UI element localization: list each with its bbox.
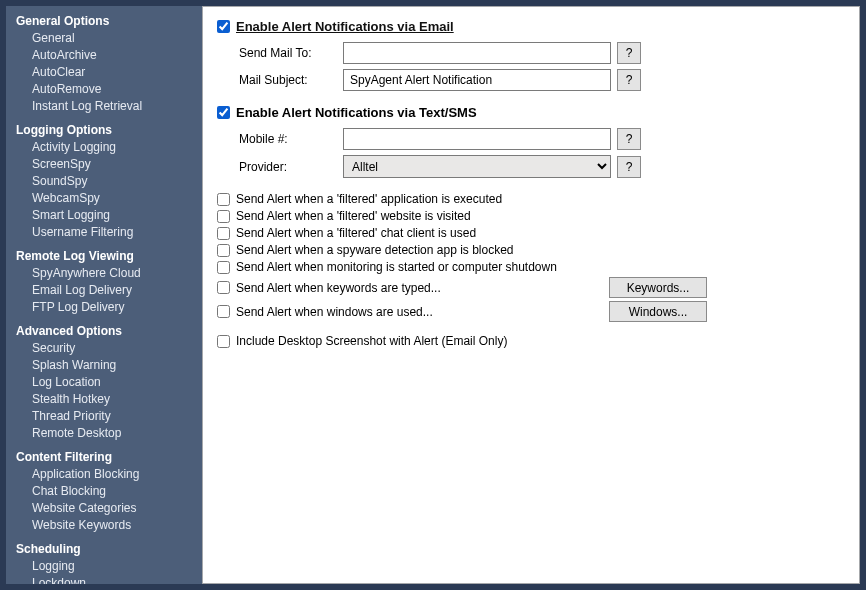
- enable-email-row: Enable Alert Notifications via Email: [217, 19, 845, 34]
- alert-row: Send Alert when monitoring is started or…: [217, 260, 707, 274]
- sidebar-group: General OptionsGeneralAutoArchiveAutoCle…: [10, 12, 198, 115]
- sidebar-item[interactable]: General: [10, 30, 198, 47]
- sidebar-item[interactable]: ScreenSpy: [10, 156, 198, 173]
- sidebar-item[interactable]: Application Blocking: [10, 466, 198, 483]
- screenshot-row: Include Desktop Screenshot with Alert (E…: [217, 334, 845, 348]
- sidebar-group-title: Content Filtering: [10, 448, 198, 466]
- alert-label: Send Alert when a spyware detection app …: [236, 243, 514, 257]
- sidebar-group-title: Logging Options: [10, 121, 198, 139]
- include-screenshot-checkbox[interactable]: [217, 335, 230, 348]
- sidebar-item[interactable]: Smart Logging: [10, 207, 198, 224]
- provider-label: Provider:: [239, 160, 337, 174]
- alert-list: Send Alert when a 'filtered' application…: [217, 192, 845, 322]
- alert-checkbox[interactable]: [217, 261, 230, 274]
- sidebar-item[interactable]: Username Filtering: [10, 224, 198, 241]
- alert-checkbox[interactable]: [217, 281, 230, 294]
- sidebar-item[interactable]: Logging: [10, 558, 198, 575]
- sidebar-item[interactable]: SoundSpy: [10, 173, 198, 190]
- alert-label: Send Alert when a 'filtered' website is …: [236, 209, 471, 223]
- sidebar-item[interactable]: Chat Blocking: [10, 483, 198, 500]
- help-provider-button[interactable]: ?: [617, 156, 641, 178]
- sidebar-item[interactable]: Remote Desktop: [10, 425, 198, 442]
- sidebar-item[interactable]: Activity Logging: [10, 139, 198, 156]
- alert-checkbox[interactable]: [217, 227, 230, 240]
- sidebar-group: Remote Log ViewingSpyAnywhere CloudEmail…: [10, 247, 198, 316]
- sidebar-group-title: Remote Log Viewing: [10, 247, 198, 265]
- alert-row: Send Alert when a 'filtered' application…: [217, 192, 707, 206]
- sidebar-item[interactable]: Instant Log Retrieval: [10, 98, 198, 115]
- sidebar-group-title: Scheduling: [10, 540, 198, 558]
- sidebar-item[interactable]: SpyAnywhere Cloud: [10, 265, 198, 282]
- send-to-row: Send Mail To: ?: [239, 42, 845, 64]
- include-screenshot-label: Include Desktop Screenshot with Alert (E…: [236, 334, 507, 348]
- mobile-input[interactable]: [343, 128, 611, 150]
- enable-sms-row: Enable Alert Notifications via Text/SMS: [217, 105, 845, 120]
- sidebar-group-title: Advanced Options: [10, 322, 198, 340]
- send-to-label: Send Mail To:: [239, 46, 337, 60]
- sidebar-group-title: General Options: [10, 12, 198, 30]
- sidebar-item[interactable]: AutoArchive: [10, 47, 198, 64]
- provider-row: Provider: Alltel ?: [239, 155, 845, 178]
- send-to-input[interactable]: [343, 42, 611, 64]
- enable-email-checkbox[interactable]: [217, 20, 230, 33]
- sidebar-item[interactable]: Website Keywords: [10, 517, 198, 534]
- sidebar-item[interactable]: AutoRemove: [10, 81, 198, 98]
- sidebar-group: SchedulingLoggingLockdown: [10, 540, 198, 584]
- sidebar-item[interactable]: Website Categories: [10, 500, 198, 517]
- alert-checkbox[interactable]: [217, 210, 230, 223]
- sidebar-item[interactable]: FTP Log Delivery: [10, 299, 198, 316]
- sms-form: Mobile #: ? Provider: Alltel ?: [239, 128, 845, 178]
- sidebar-item[interactable]: AutoClear: [10, 64, 198, 81]
- mobile-row: Mobile #: ?: [239, 128, 845, 150]
- sidebar: General OptionsGeneralAutoArchiveAutoCle…: [6, 6, 202, 584]
- enable-email-label: Enable Alert Notifications via Email: [236, 19, 454, 34]
- subject-row: Mail Subject: ?: [239, 69, 845, 91]
- alert-row: Send Alert when keywords are typed...Key…: [217, 277, 707, 298]
- alert-label: Send Alert when windows are used...: [236, 305, 433, 319]
- alert-label: Send Alert when a 'filtered' application…: [236, 192, 502, 206]
- mobile-label: Mobile #:: [239, 132, 337, 146]
- sidebar-item[interactable]: WebcamSpy: [10, 190, 198, 207]
- app-frame: General OptionsGeneralAutoArchiveAutoCle…: [6, 6, 860, 584]
- windows-button[interactable]: Windows...: [609, 301, 707, 322]
- help-subject-button[interactable]: ?: [617, 69, 641, 91]
- alert-row: Send Alert when a 'filtered' chat client…: [217, 226, 707, 240]
- sidebar-item[interactable]: Lockdown: [10, 575, 198, 584]
- alert-checkbox[interactable]: [217, 244, 230, 257]
- alert-checkbox[interactable]: [217, 305, 230, 318]
- email-form: Send Mail To: ? Mail Subject: ?: [239, 42, 845, 91]
- sidebar-item[interactable]: Log Location: [10, 374, 198, 391]
- alert-row: Send Alert when windows are used...Windo…: [217, 301, 707, 322]
- sidebar-group: Content FilteringApplication BlockingCha…: [10, 448, 198, 534]
- subject-input[interactable]: [343, 69, 611, 91]
- enable-sms-checkbox[interactable]: [217, 106, 230, 119]
- main-panel: Enable Alert Notifications via Email Sen…: [202, 6, 860, 584]
- keywords-button[interactable]: Keywords...: [609, 277, 707, 298]
- help-send-to-button[interactable]: ?: [617, 42, 641, 64]
- sidebar-item[interactable]: Splash Warning: [10, 357, 198, 374]
- alert-row: Send Alert when a spyware detection app …: [217, 243, 707, 257]
- provider-select[interactable]: Alltel: [343, 155, 611, 178]
- sidebar-item[interactable]: Email Log Delivery: [10, 282, 198, 299]
- sidebar-item[interactable]: Thread Priority: [10, 408, 198, 425]
- sidebar-group: Logging OptionsActivity LoggingScreenSpy…: [10, 121, 198, 241]
- alert-label: Send Alert when keywords are typed...: [236, 281, 441, 295]
- sidebar-item[interactable]: Security: [10, 340, 198, 357]
- alert-label: Send Alert when monitoring is started or…: [236, 260, 557, 274]
- alert-label: Send Alert when a 'filtered' chat client…: [236, 226, 476, 240]
- sidebar-group: Advanced OptionsSecuritySplash WarningLo…: [10, 322, 198, 442]
- subject-label: Mail Subject:: [239, 73, 337, 87]
- enable-sms-label: Enable Alert Notifications via Text/SMS: [236, 105, 477, 120]
- help-mobile-button[interactable]: ?: [617, 128, 641, 150]
- alert-checkbox[interactable]: [217, 193, 230, 206]
- alert-row: Send Alert when a 'filtered' website is …: [217, 209, 707, 223]
- sidebar-item[interactable]: Stealth Hotkey: [10, 391, 198, 408]
